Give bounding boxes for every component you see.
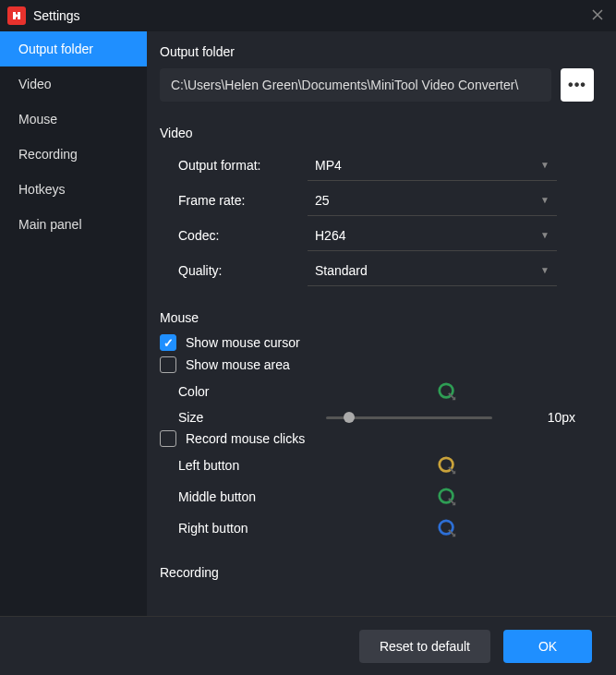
row-frame-rate: Frame rate: 25 ▼ bbox=[160, 185, 594, 216]
output-folder-path-input[interactable]: C:\Users\Helen Green\Documents\MiniTool … bbox=[160, 68, 551, 102]
sidebar-item-mouse[interactable]: Mouse bbox=[0, 102, 147, 137]
record-clicks-label: Record mouse clicks bbox=[186, 431, 305, 446]
sidebar-item-hotkeys[interactable]: Hotkeys bbox=[0, 172, 147, 207]
chevron-down-icon: ▼ bbox=[540, 160, 550, 170]
codec-select[interactable]: H264 ▼ bbox=[308, 220, 557, 251]
cursor-ring-icon bbox=[437, 381, 457, 402]
ok-button[interactable]: OK bbox=[503, 630, 592, 663]
show-cursor-label: Show mouse cursor bbox=[186, 335, 300, 350]
show-area-checkbox[interactable] bbox=[160, 356, 176, 373]
select-value: MP4 bbox=[315, 158, 342, 173]
section-mouse-title: Mouse bbox=[160, 310, 594, 325]
chevron-down-icon: ▼ bbox=[540, 195, 550, 205]
area-color-label: Color bbox=[178, 384, 308, 399]
show-area-label: Show mouse area bbox=[186, 357, 290, 372]
middle-button-label: Middle button bbox=[178, 489, 308, 504]
section-recording-title: Recording bbox=[160, 565, 594, 580]
close-button[interactable] bbox=[586, 6, 609, 24]
footer: Reset to default OK bbox=[0, 616, 616, 675]
section-output-folder-title: Output folder bbox=[160, 44, 594, 59]
chevron-down-icon: ▼ bbox=[540, 265, 550, 275]
row-area-color: Color bbox=[160, 379, 594, 404]
size-value: 10px bbox=[548, 410, 575, 425]
sidebar-item-label: Main panel bbox=[18, 217, 82, 232]
sidebar-item-label: Video bbox=[18, 77, 52, 91]
left-button-color-picker[interactable] bbox=[437, 455, 457, 476]
browse-folder-button[interactable]: ••• bbox=[561, 68, 594, 102]
sidebar-item-label: Hotkeys bbox=[18, 182, 66, 197]
close-icon bbox=[592, 9, 603, 20]
right-button-color-picker[interactable] bbox=[437, 518, 457, 538]
body: Output folder Video Mouse Recording Hotk… bbox=[0, 31, 616, 616]
cursor-ring-icon bbox=[437, 518, 457, 538]
output-folder-row: C:\Users\Helen Green\Documents\MiniTool … bbox=[160, 68, 594, 102]
sidebar-item-label: Recording bbox=[18, 147, 78, 162]
size-label: Size bbox=[178, 410, 308, 425]
area-color-picker[interactable] bbox=[437, 381, 457, 402]
left-button-label: Left button bbox=[178, 458, 308, 473]
show-cursor-checkbox[interactable] bbox=[160, 334, 176, 351]
quality-label: Quality: bbox=[178, 263, 308, 278]
content-scroll[interactable]: Output folder C:\Users\Helen Green\Docum… bbox=[147, 31, 616, 616]
sidebar-item-label: Output folder bbox=[18, 42, 93, 56]
sidebar-item-video[interactable]: Video bbox=[0, 66, 147, 102]
row-left-button: Left button bbox=[160, 452, 594, 478]
content-panel: Output folder C:\Users\Helen Green\Docum… bbox=[147, 31, 616, 616]
row-record-clicks: Record mouse clicks bbox=[160, 430, 594, 447]
sidebar-item-main-panel[interactable]: Main panel bbox=[0, 207, 147, 242]
row-codec: Codec: H264 ▼ bbox=[160, 220, 594, 251]
sidebar-item-label: Mouse bbox=[18, 112, 57, 127]
output-format-label: Output format: bbox=[178, 158, 308, 173]
chevron-down-icon: ▼ bbox=[540, 230, 550, 240]
app-logo-icon bbox=[7, 6, 26, 25]
quality-select[interactable]: Standard ▼ bbox=[308, 255, 557, 286]
select-value: H264 bbox=[315, 228, 345, 243]
row-quality: Quality: Standard ▼ bbox=[160, 255, 594, 286]
ellipsis-icon: ••• bbox=[568, 78, 586, 92]
row-area-size: Size 10px bbox=[160, 410, 594, 425]
row-middle-button: Middle button bbox=[160, 484, 594, 510]
size-slider[interactable] bbox=[326, 416, 492, 419]
cursor-ring-icon bbox=[437, 487, 457, 507]
right-button-label: Right button bbox=[178, 521, 308, 536]
record-clicks-checkbox[interactable] bbox=[160, 430, 176, 447]
row-show-cursor: Show mouse cursor bbox=[160, 334, 594, 351]
button-label: Reset to default bbox=[380, 639, 470, 654]
sidebar: Output folder Video Mouse Recording Hotk… bbox=[0, 31, 147, 616]
section-video-title: Video bbox=[160, 126, 594, 140]
frame-rate-label: Frame rate: bbox=[178, 193, 308, 208]
row-right-button: Right button bbox=[160, 515, 594, 541]
sidebar-item-recording[interactable]: Recording bbox=[0, 137, 147, 172]
output-format-select[interactable]: MP4 ▼ bbox=[308, 150, 557, 181]
codec-label: Codec: bbox=[178, 228, 308, 243]
settings-window: Settings Output folder Video Mouse Recor… bbox=[0, 0, 616, 675]
frame-rate-select[interactable]: 25 ▼ bbox=[308, 185, 557, 216]
titlebar: Settings bbox=[0, 0, 616, 31]
select-value: 25 bbox=[315, 193, 330, 208]
row-show-area: Show mouse area bbox=[160, 356, 594, 373]
sidebar-item-output-folder[interactable]: Output folder bbox=[0, 31, 147, 66]
window-title: Settings bbox=[33, 8, 80, 23]
select-value: Standard bbox=[315, 263, 368, 278]
middle-button-color-picker[interactable] bbox=[437, 487, 457, 507]
cursor-ring-icon bbox=[437, 455, 457, 476]
slider-thumb[interactable] bbox=[344, 412, 355, 423]
row-output-format: Output format: MP4 ▼ bbox=[160, 150, 594, 181]
reset-to-default-button[interactable]: Reset to default bbox=[359, 630, 490, 663]
button-label: OK bbox=[538, 639, 557, 654]
